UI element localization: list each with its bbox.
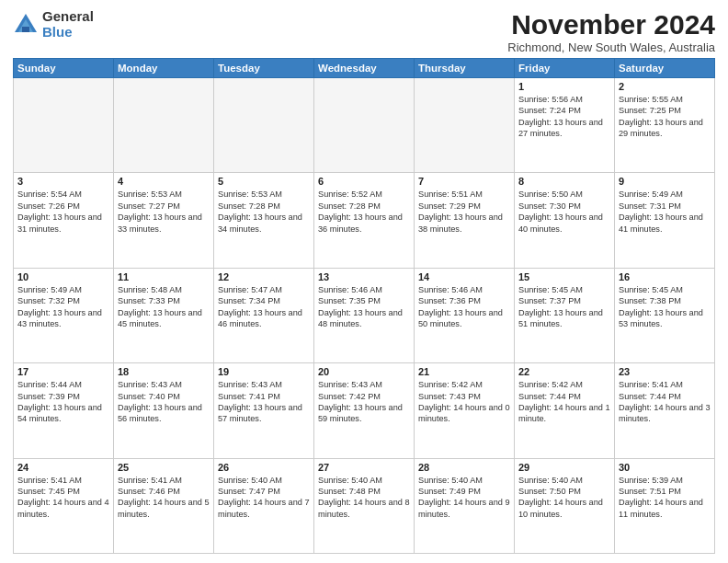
day-info: Sunrise: 5:49 AM Sunset: 7:32 PM Dayligh…	[17, 284, 109, 330]
day-number: 24	[17, 462, 109, 473]
calendar-week-3: 10Sunrise: 5:49 AM Sunset: 7:32 PM Dayli…	[14, 268, 715, 362]
day-number: 4	[118, 176, 210, 187]
calendar-cell-w2-d4: 6Sunrise: 5:52 AM Sunset: 7:28 PM Daylig…	[314, 173, 415, 268]
day-number: 14	[418, 271, 510, 282]
day-info: Sunrise: 5:40 AM Sunset: 7:47 PM Dayligh…	[218, 475, 310, 521]
logo-blue-label: Blue	[42, 25, 94, 40]
day-info: Sunrise: 5:50 AM Sunset: 7:30 PM Dayligh…	[518, 189, 610, 235]
logo-general-label: General	[42, 9, 94, 25]
day-info: Sunrise: 5:56 AM Sunset: 7:24 PM Dayligh…	[518, 94, 610, 140]
title-block: November 2024 Richmond, New South Wales,…	[507, 9, 715, 54]
calendar-week-4: 17Sunrise: 5:44 AM Sunset: 7:39 PM Dayli…	[14, 363, 715, 458]
day-info: Sunrise: 5:44 AM Sunset: 7:39 PM Dayligh…	[17, 379, 109, 425]
day-number: 20	[318, 366, 410, 377]
calendar-cell-w5-d2: 25Sunrise: 5:41 AM Sunset: 7:46 PM Dayli…	[114, 458, 214, 553]
calendar-cell-w4-d3: 19Sunrise: 5:43 AM Sunset: 7:41 PM Dayli…	[214, 363, 314, 458]
day-info: Sunrise: 5:39 AM Sunset: 7:51 PM Dayligh…	[619, 475, 711, 521]
calendar-week-1: 1Sunrise: 5:56 AM Sunset: 7:24 PM Daylig…	[14, 78, 715, 173]
day-number: 30	[619, 462, 711, 473]
day-info: Sunrise: 5:42 AM Sunset: 7:43 PM Dayligh…	[418, 379, 510, 425]
col-friday: Friday	[515, 59, 615, 78]
calendar-cell-w3-d4: 13Sunrise: 5:46 AM Sunset: 7:35 PM Dayli…	[314, 268, 415, 362]
day-info: Sunrise: 5:45 AM Sunset: 7:38 PM Dayligh…	[619, 284, 711, 330]
calendar-cell-w2-d5: 7Sunrise: 5:51 AM Sunset: 7:29 PM Daylig…	[415, 173, 515, 268]
day-number: 27	[318, 462, 410, 473]
calendar-cell-w2-d7: 9Sunrise: 5:49 AM Sunset: 7:31 PM Daylig…	[615, 173, 715, 268]
calendar-header-row: Sunday Monday Tuesday Wednesday Thursday…	[14, 59, 715, 78]
location: Richmond, New South Wales, Australia	[507, 40, 715, 54]
calendar-cell-w3-d2: 11Sunrise: 5:48 AM Sunset: 7:33 PM Dayli…	[114, 268, 214, 362]
col-thursday: Thursday	[415, 59, 515, 78]
col-sunday: Sunday	[14, 59, 114, 78]
day-info: Sunrise: 5:41 AM Sunset: 7:46 PM Dayligh…	[118, 475, 210, 521]
day-number: 2	[619, 81, 711, 92]
day-info: Sunrise: 5:45 AM Sunset: 7:37 PM Dayligh…	[518, 284, 610, 330]
day-info: Sunrise: 5:46 AM Sunset: 7:35 PM Dayligh…	[318, 284, 410, 330]
calendar-cell-w1-d6: 1Sunrise: 5:56 AM Sunset: 7:24 PM Daylig…	[515, 78, 615, 173]
col-monday: Monday	[114, 59, 214, 78]
day-number: 26	[218, 462, 310, 473]
day-number: 12	[218, 271, 310, 282]
day-number: 5	[218, 176, 310, 187]
calendar-cell-w1-d5	[415, 78, 515, 173]
calendar-cell-w1-d2	[114, 78, 214, 173]
calendar-week-5: 24Sunrise: 5:41 AM Sunset: 7:45 PM Dayli…	[14, 458, 715, 553]
day-number: 25	[118, 462, 210, 473]
day-info: Sunrise: 5:53 AM Sunset: 7:27 PM Dayligh…	[118, 189, 210, 235]
header: General Blue November 2024 Richmond, New…	[13, 9, 715, 54]
logo-icon	[13, 12, 39, 38]
logo-text: General Blue	[42, 9, 94, 40]
day-number: 23	[619, 366, 711, 377]
day-number: 3	[17, 176, 109, 187]
calendar-cell-w5-d4: 27Sunrise: 5:40 AM Sunset: 7:48 PM Dayli…	[314, 458, 415, 553]
col-tuesday: Tuesday	[214, 59, 314, 78]
day-number: 18	[118, 366, 210, 377]
calendar-cell-w3-d6: 15Sunrise: 5:45 AM Sunset: 7:37 PM Dayli…	[515, 268, 615, 362]
day-number: 9	[619, 176, 711, 187]
calendar-cell-w3-d7: 16Sunrise: 5:45 AM Sunset: 7:38 PM Dayli…	[615, 268, 715, 362]
calendar-cell-w2-d2: 4Sunrise: 5:53 AM Sunset: 7:27 PM Daylig…	[114, 173, 214, 268]
day-number: 1	[518, 81, 610, 92]
day-info: Sunrise: 5:40 AM Sunset: 7:50 PM Dayligh…	[518, 475, 610, 521]
day-info: Sunrise: 5:43 AM Sunset: 7:41 PM Dayligh…	[218, 379, 310, 425]
col-wednesday: Wednesday	[314, 59, 415, 78]
day-info: Sunrise: 5:40 AM Sunset: 7:49 PM Dayligh…	[418, 475, 510, 521]
day-number: 17	[17, 366, 109, 377]
calendar-cell-w5-d5: 28Sunrise: 5:40 AM Sunset: 7:49 PM Dayli…	[415, 458, 515, 553]
calendar-cell-w2-d1: 3Sunrise: 5:54 AM Sunset: 7:26 PM Daylig…	[14, 173, 114, 268]
calendar-cell-w4-d5: 21Sunrise: 5:42 AM Sunset: 7:43 PM Dayli…	[415, 363, 515, 458]
calendar-cell-w4-d2: 18Sunrise: 5:43 AM Sunset: 7:40 PM Dayli…	[114, 363, 214, 458]
calendar-cell-w4-d7: 23Sunrise: 5:41 AM Sunset: 7:44 PM Dayli…	[615, 363, 715, 458]
day-info: Sunrise: 5:41 AM Sunset: 7:44 PM Dayligh…	[619, 379, 711, 425]
day-info: Sunrise: 5:43 AM Sunset: 7:40 PM Dayligh…	[118, 379, 210, 425]
day-info: Sunrise: 5:53 AM Sunset: 7:28 PM Dayligh…	[218, 189, 310, 235]
calendar-table: Sunday Monday Tuesday Wednesday Thursday…	[13, 58, 715, 554]
month-title: November 2024	[507, 9, 715, 40]
calendar-cell-w2-d6: 8Sunrise: 5:50 AM Sunset: 7:30 PM Daylig…	[515, 173, 615, 268]
day-info: Sunrise: 5:41 AM Sunset: 7:45 PM Dayligh…	[17, 475, 109, 521]
day-info: Sunrise: 5:54 AM Sunset: 7:26 PM Dayligh…	[17, 189, 109, 235]
day-info: Sunrise: 5:51 AM Sunset: 7:29 PM Dayligh…	[418, 189, 510, 235]
calendar-cell-w1-d3	[214, 78, 314, 173]
day-number: 16	[619, 271, 711, 282]
day-number: 21	[418, 366, 510, 377]
day-number: 13	[318, 271, 410, 282]
day-number: 7	[418, 176, 510, 187]
calendar-cell-w5-d6: 29Sunrise: 5:40 AM Sunset: 7:50 PM Dayli…	[515, 458, 615, 553]
logo: General Blue	[13, 9, 94, 40]
calendar-cell-w4-d6: 22Sunrise: 5:42 AM Sunset: 7:44 PM Dayli…	[515, 363, 615, 458]
col-saturday: Saturday	[615, 59, 715, 78]
day-info: Sunrise: 5:52 AM Sunset: 7:28 PM Dayligh…	[318, 189, 410, 235]
day-info: Sunrise: 5:49 AM Sunset: 7:31 PM Dayligh…	[619, 189, 711, 235]
calendar-week-2: 3Sunrise: 5:54 AM Sunset: 7:26 PM Daylig…	[14, 173, 715, 268]
calendar-cell-w4-d1: 17Sunrise: 5:44 AM Sunset: 7:39 PM Dayli…	[14, 363, 114, 458]
calendar-cell-w3-d3: 12Sunrise: 5:47 AM Sunset: 7:34 PM Dayli…	[214, 268, 314, 362]
day-info: Sunrise: 5:48 AM Sunset: 7:33 PM Dayligh…	[118, 284, 210, 330]
day-number: 8	[518, 176, 610, 187]
calendar-cell-w3-d5: 14Sunrise: 5:46 AM Sunset: 7:36 PM Dayli…	[415, 268, 515, 362]
day-info: Sunrise: 5:42 AM Sunset: 7:44 PM Dayligh…	[518, 379, 610, 425]
calendar-cell-w4-d4: 20Sunrise: 5:43 AM Sunset: 7:42 PM Dayli…	[314, 363, 415, 458]
calendar-cell-w3-d1: 10Sunrise: 5:49 AM Sunset: 7:32 PM Dayli…	[14, 268, 114, 362]
svg-rect-2	[22, 27, 29, 32]
day-number: 6	[318, 176, 410, 187]
